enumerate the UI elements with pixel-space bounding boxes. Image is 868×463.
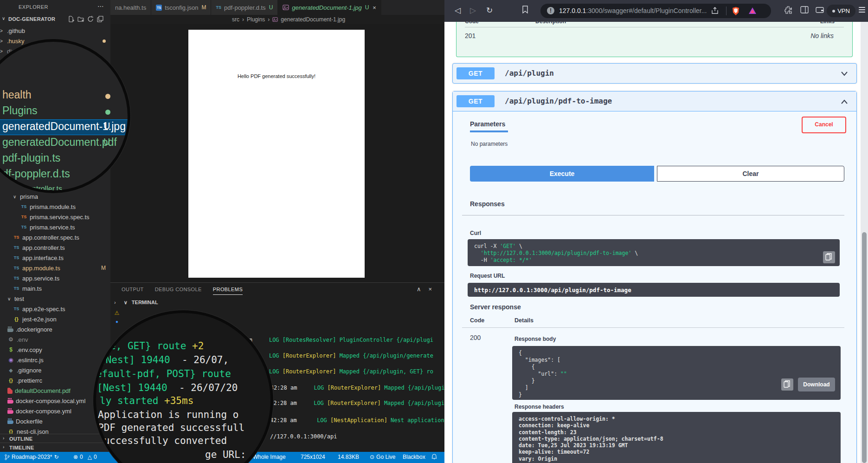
tree-item[interactable]: app.interface.ts [0,253,110,263]
curl-line: curl -X 'GET' \ [474,243,638,250]
sync-icon[interactable]: ↻ [54,454,58,460]
editor-tab[interactable]: generatedDocument-1.jpg U × [278,0,381,15]
tree-item[interactable]: prisma.module.ts [0,202,110,212]
breadcrumb-plugins[interactable]: Plugins [247,16,265,23]
panel-tab[interactable]: DEBUG CONSOLE [155,287,202,295]
whole-image-item[interactable]: Whole Image [253,454,286,460]
tree-item[interactable]: .eslintrc.js [0,355,110,365]
new-folder-icon[interactable] [77,16,84,22]
git-status-badge: U [365,4,369,11]
editor-tab[interactable]: na.health.ts [110,0,151,15]
tree-item[interactable]: defaultDocument.pdf U [0,385,110,396]
tree-item[interactable]: prisma.service.ts [0,222,110,232]
tree-item[interactable]: > .github [0,26,110,36]
url-bar[interactable]: ! 127.0.0.1:3000/swagger#/default/Plugin… [540,4,771,18]
explorer-more-icon[interactable]: ⋯ [97,2,104,10]
tree-item[interactable]: .dockerignore [0,324,110,334]
bookmark-icon[interactable] [522,6,528,16]
tree-item[interactable]: app.controller.ts [0,242,110,253]
swagger-page: Code Description Links 201 No links GET … [444,22,861,463]
clear-button[interactable]: Clear [657,166,844,182]
tree-item[interactable]: docker-compose.yml [0,406,110,416]
forward-icon[interactable]: ▷ [470,6,476,15]
share-icon[interactable] [711,7,719,16]
header-line: access-control-allow-origin: * [519,416,663,422]
file-type-icon [7,367,14,374]
branch-icon [5,454,10,460]
execute-button[interactable]: Execute [470,166,654,182]
opblock-header[interactable]: GET /api/plugin/pdf-to-image [453,91,856,111]
timeline-section[interactable]: ›TIMELINE [0,443,110,452]
git-modified-dot [105,110,110,115]
chevron-down-icon[interactable] [841,70,848,78]
broadcast-icon: ⊙ [370,454,374,460]
terminal-section[interactable]: › ∨ TERMINAL [114,300,158,306]
blackbox-item[interactable]: Blackbox [403,454,425,460]
vpn-button[interactable]: VPN [827,5,855,17]
tree-item[interactable]: .env [0,334,110,345]
new-file-icon[interactable] [68,16,74,22]
copy-icon[interactable] [823,251,835,263]
not-secure-icon[interactable]: ! [547,7,554,14]
brave-shield-icon[interactable] [732,7,740,18]
magnified-terminal-line: efault-pdf, POST} route [96,368,231,380]
panel-maximize-icon[interactable]: ∧ [417,286,421,293]
tree-item[interactable]: app.e2e-spec.ts [0,304,110,314]
request-url-label: Request URL [470,273,505,279]
opblock-get-plugin[interactable]: GET /api/plugin [452,63,857,84]
folder-chevron-icon: ∨ [13,194,19,199]
tree-item[interactable]: .prettierrc [0,375,110,385]
tree-item[interactable]: Dockerfile [0,416,110,426]
menu-hamburger-icon[interactable] [859,7,865,13]
magnified-terminal-line: e, GET} route +2 [110,340,204,352]
collapse-all-icon[interactable] [97,16,103,22]
tree-item[interactable]: ∨ prisma [0,191,110,202]
header-line: content-length: 23 [519,429,663,436]
refresh-icon[interactable] [87,16,94,22]
project-root-row[interactable]: ∨ DOC-GENERATOR [0,14,110,24]
file-type-icon [20,224,27,231]
cancel-button[interactable]: Cancel [802,117,846,133]
tree-item[interactable]: docker-compose.local.yml [0,396,110,406]
editor-tab[interactable]: TS tsconfig.json M [151,0,211,15]
panel-tab[interactable]: PROBLEMS [213,287,243,295]
back-icon[interactable]: ◁ [455,6,461,15]
notifications-bell-icon[interactable] [431,454,437,460]
tree-item[interactable]: .env.copy [0,345,110,355]
reload-icon[interactable]: ↻ [486,6,493,15]
previous-response-panel: Code Description Links 201 No links [456,22,853,57]
outline-section[interactable]: ›OUTLINE [0,434,110,443]
close-icon[interactable]: × [373,4,376,11]
chevron-up-icon[interactable] [841,98,848,106]
sidebar-panel-icon[interactable] [800,6,809,16]
tree-item[interactable]: ∨ test [0,293,110,304]
wallet-icon[interactable] [816,6,824,16]
tree-item[interactable]: jest-e2e.json [0,314,110,324]
go-live-item[interactable]: ⊙Go Live [370,454,395,460]
problems-summary[interactable]: ⊗0 △0 [73,454,97,460]
tree-item[interactable]: app.controller.spec.ts [0,232,110,242]
tree-item[interactable]: app.module.ts M [0,263,110,273]
scrollbar-thumb[interactable] [862,232,867,463]
breadcrumb-src[interactable]: src [232,16,239,23]
extensions-puzzle-icon[interactable] [784,6,792,16]
browser-scrollbar[interactable] [861,22,868,463]
editor-tab[interactable]: TS pdf-poppler.d.ts U [211,0,278,15]
tree-item[interactable]: main.ts [0,283,110,293]
tree-item[interactable]: app.service.ts [0,273,110,283]
git-status-badge: U [103,121,110,131]
tree-item[interactable]: prisma.service.spec.ts [0,212,110,222]
brave-rewards-icon[interactable] [748,7,757,17]
download-button[interactable]: Download [798,378,835,391]
file-type-icon [7,377,14,384]
git-branch-item[interactable]: Roadmap-2023* ↻ [5,454,58,460]
panel-tab[interactable]: OUTPUT [122,287,144,295]
tree-item[interactable]: .gitignore [0,365,110,375]
panel-close-icon[interactable]: × [429,286,432,293]
file-type-icon [7,388,13,394]
git-status-badge: M [201,4,206,11]
no-links-text: No links [810,32,834,39]
breadcrumb-file[interactable]: generatedDocument-1.jpg [281,16,345,23]
response-code-200: 200 [470,334,481,341]
copy-icon[interactable] [781,378,793,391]
